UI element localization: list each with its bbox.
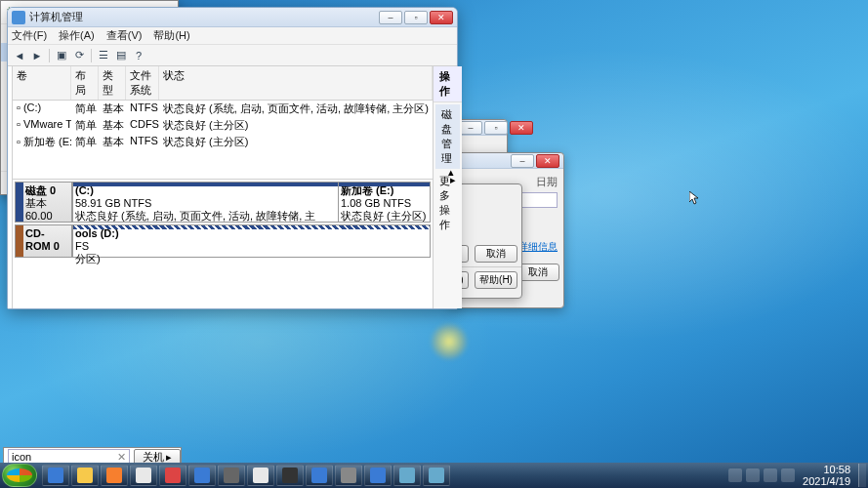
taskbar-item-app5[interactable] xyxy=(247,465,274,486)
close-button[interactable]: ✕ xyxy=(510,121,533,135)
taskbar-item-app4[interactable] xyxy=(218,465,245,486)
taskbar-item-app1[interactable] xyxy=(130,465,157,486)
taskbar-item-app6[interactable] xyxy=(276,465,304,486)
col-fs[interactable]: 文件系统 xyxy=(126,66,159,100)
volume-row[interactable]: ▫ VMware Tools (D:)简单基本CDFS状态良好 (主分区) xyxy=(13,117,433,134)
volume-list-header: 卷 布局 类型 文件系统 状态 xyxy=(13,66,433,101)
cancel-button[interactable]: 取消 xyxy=(475,245,517,263)
volume-list: ▫ (C:)简单基本NTFS状态良好 (系统, 启动, 页面文件, 活动, 故障… xyxy=(13,101,433,179)
close-button[interactable]: ✕ xyxy=(430,11,453,24)
back-icon[interactable]: ◄ xyxy=(12,48,27,63)
actions-pane: 操作 磁盘管理 ▴ 更多操作▸ xyxy=(434,66,462,308)
taskbar-item-explorer[interactable] xyxy=(71,465,99,486)
window-title: 计算机管理 xyxy=(29,10,379,24)
taskbar-item-app2[interactable] xyxy=(159,465,186,486)
show-desktop-button[interactable] xyxy=(858,464,866,487)
col-layout[interactable]: 布局 xyxy=(71,66,99,100)
help-icon[interactable]: ? xyxy=(131,48,146,63)
col-type[interactable]: 类型 xyxy=(99,66,126,100)
taskbar-item-app9[interactable] xyxy=(364,465,392,486)
clear-search-icon[interactable]: ✕ xyxy=(117,451,126,464)
tray-flag-icon[interactable] xyxy=(746,468,760,482)
minimize-button[interactable]: – xyxy=(511,154,534,168)
volume-row[interactable]: ▫ 新加卷 (E:)简单基本NTFS状态良好 (主分区) xyxy=(13,134,433,150)
start-button[interactable] xyxy=(2,464,37,487)
menu-help[interactable]: 帮助(H) xyxy=(153,28,189,43)
properties-icon[interactable]: ☰ xyxy=(96,48,111,63)
cdrom-row[interactable]: CD-ROM 0 ools (D:) FS 分区) xyxy=(15,224,431,258)
clock[interactable]: 10:58 2021/4/19 xyxy=(799,464,854,487)
close-button[interactable]: ✕ xyxy=(536,154,559,168)
partition-d[interactable]: ools (D:) FS 分区) xyxy=(72,225,430,257)
action-more[interactable]: 更多操作▸ xyxy=(434,171,448,235)
col-status[interactable]: 状态 xyxy=(159,66,433,100)
maximize-button[interactable]: ▫ xyxy=(404,11,428,24)
minimize-button[interactable]: – xyxy=(379,11,402,24)
details-link[interactable]: 详细信息 xyxy=(518,241,558,252)
menu-action[interactable]: 操作(A) xyxy=(59,28,95,43)
partition-e[interactable]: 新加卷 (E:) 1.08 GB NTFS 状态良好 (主分区) xyxy=(338,183,430,222)
refresh-icon[interactable]: ⟳ xyxy=(71,48,87,63)
disk-map: 磁盘 0 基本 60.00 GB 联机 (C:) 58.91 GB NTFS 状… xyxy=(13,179,433,308)
taskbar-item-app11[interactable] xyxy=(423,465,450,486)
taskbar-item-app10[interactable] xyxy=(393,465,421,486)
forward-icon[interactable]: ► xyxy=(29,48,45,63)
menu-bar: 文件(F) 操作(A) 查看(V) 帮助(H) xyxy=(8,27,457,45)
taskbar-item-wmp[interactable] xyxy=(101,465,128,486)
help-button[interactable]: 帮助(H) xyxy=(475,271,517,289)
minimize-button[interactable]: – xyxy=(459,121,482,135)
disk-label: 磁盘 0 xyxy=(25,184,56,196)
volume-row[interactable]: ▫ (C:)简单基本NTFS状态良好 (系统, 启动, 页面文件, 活动, 故障… xyxy=(13,101,433,117)
disk-row[interactable]: 磁盘 0 基本 60.00 GB 联机 (C:) 58.91 GB NTFS 状… xyxy=(15,182,431,223)
list-icon[interactable]: ▤ xyxy=(113,48,129,63)
system-tray: 10:58 2021/4/19 xyxy=(724,464,858,487)
app-icon xyxy=(12,11,25,24)
actions-header: 操作 xyxy=(434,66,462,102)
taskbar-item-ie[interactable] xyxy=(42,465,69,486)
toolbar: ◄ ► ▣ ⟳ ☰ ▤ ? xyxy=(8,45,457,66)
menu-file[interactable]: 文件(F) xyxy=(12,28,47,43)
taskbar-item-app3[interactable] xyxy=(188,465,216,486)
action-diskmgmt[interactable]: 磁盘管理 ▴ xyxy=(435,104,460,169)
taskbar-item-app7[interactable] xyxy=(306,465,333,486)
taskbar-item-app8[interactable] xyxy=(335,465,362,486)
taskbar: 10:58 2021/4/19 xyxy=(0,463,868,488)
computer-management-window: 计算机管理 – ▫ ✕ 文件(F) 操作(A) 查看(V) 帮助(H) ◄ ► … xyxy=(7,7,458,309)
tray-icon[interactable] xyxy=(728,468,742,482)
partition-c[interactable]: (C:) 58.91 GB NTFS 状态良好 (系统, 启动, 页面文件, 活… xyxy=(72,183,338,222)
mouse-cursor xyxy=(689,191,699,205)
cancel-button[interactable]: 取消 xyxy=(517,264,559,281)
menu-view[interactable]: 查看(V) xyxy=(106,28,143,43)
maximize-button[interactable]: ▫ xyxy=(484,121,508,135)
tray-network-icon[interactable] xyxy=(764,468,777,482)
col-volume[interactable]: 卷 xyxy=(13,66,71,100)
up-icon[interactable]: ▣ xyxy=(54,48,69,63)
tray-volume-icon[interactable] xyxy=(781,468,795,482)
